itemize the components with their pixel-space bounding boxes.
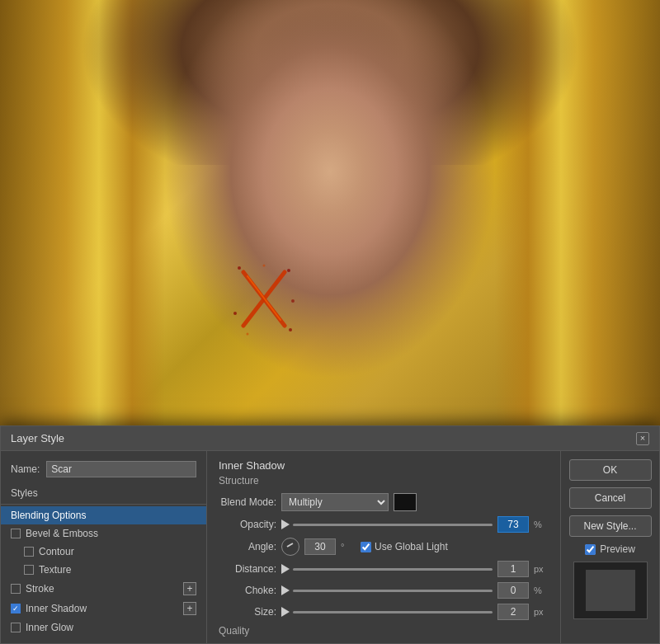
svg-point-3 [287, 269, 290, 272]
dialog-title: Layer Style [11, 432, 64, 444]
svg-point-2 [238, 266, 241, 270]
section-subtitle: Structure [219, 475, 549, 487]
global-light-label: Use Global Light [375, 541, 448, 552]
size-label: Size: [219, 606, 276, 618]
preview-check-label[interactable]: Preview [585, 543, 635, 555]
preview-thumbnail [573, 562, 648, 619]
opacity-input[interactable] [497, 516, 529, 533]
left-panel: Name: Styles Blending Options Bevel & Em… [1, 451, 207, 643]
opacity-unit: % [534, 519, 549, 529]
layer-style-dialog: Layer Style × Name: Styles Blending Opti… [0, 425, 660, 644]
section-title: Inner Shadow [219, 459, 549, 472]
distance-row: Distance: px [219, 561, 549, 577]
name-input[interactable] [46, 461, 196, 477]
layer-item-blending-options[interactable]: Blending Options [1, 506, 206, 524]
quality-section: Quality [219, 625, 549, 637]
bevel-emboss-checkbox[interactable] [11, 529, 21, 538]
right-panel: OK Cancel New Style... Preview [560, 451, 659, 643]
layer-item-bevel-emboss[interactable]: Bevel & Emboss [1, 524, 206, 543]
opacity-track [293, 524, 493, 526]
size-row: Size: px [219, 604, 549, 620]
size-slider-thumb[interactable] [281, 607, 290, 617]
preview-checkbox[interactable] [585, 544, 596, 555]
angle-input[interactable] [304, 538, 336, 555]
size-input[interactable] [497, 604, 529, 620]
angle-label: Angle: [219, 541, 276, 552]
name-row: Name: [1, 458, 206, 484]
contour-label: Contour [39, 546, 74, 557]
angle-dial[interactable] [281, 538, 299, 556]
size-track [293, 611, 493, 613]
stroke-add-button[interactable]: + [183, 582, 196, 595]
layer-item-texture[interactable]: Texture [1, 561, 206, 579]
layer-item-stroke[interactable]: Stroke + [1, 579, 206, 599]
inner-glow-checkbox[interactable] [11, 623, 21, 632]
choke-slider-thumb[interactable] [281, 585, 290, 595]
global-light-check[interactable]: Use Global Light [361, 541, 448, 552]
dialog-titlebar: Layer Style × [1, 426, 659, 451]
svg-point-4 [233, 312, 237, 315]
angle-indicator [287, 543, 294, 548]
svg-point-6 [263, 265, 266, 267]
dialog-content: Name: Styles Blending Options Bevel & Em… [1, 451, 659, 643]
blending-options-label: Blending Options [11, 510, 86, 521]
angle-row: Angle: ° Use Global Light [219, 538, 549, 556]
opacity-row: Opacity: % [219, 516, 549, 533]
blend-mode-select[interactable]: Multiply Normal Screen Overlay [281, 493, 389, 511]
preview-label: Preview [600, 543, 635, 555]
name-label: Name: [11, 463, 40, 475]
inner-shadow-checkbox[interactable] [11, 604, 21, 613]
inner-shadow-label: Inner Shadow [26, 603, 87, 614]
choke-input[interactable] [497, 582, 529, 599]
choke-unit: % [534, 585, 549, 595]
svg-point-8 [291, 299, 295, 303]
blend-mode-row: Blend Mode: Multiply Normal Screen Overl… [219, 493, 549, 511]
size-unit: px [534, 607, 549, 617]
contour-checkbox[interactable] [24, 547, 34, 557]
texture-label: Texture [39, 564, 71, 576]
bevel-emboss-label: Bevel & Emboss [26, 528, 98, 539]
choke-label: Choke: [219, 585, 276, 596]
inner-shadow-add-button[interactable]: + [183, 602, 196, 615]
texture-checkbox[interactable] [24, 565, 34, 575]
scar-effect [231, 264, 297, 338]
distance-unit: px [534, 564, 549, 574]
inner-glow-label: Inner Glow [26, 622, 73, 633]
cancel-button[interactable]: Cancel [569, 487, 652, 509]
blend-mode-label: Blend Mode: [219, 496, 276, 508]
preview-inner [586, 570, 635, 611]
choke-track [293, 590, 493, 592]
svg-point-5 [289, 328, 292, 331]
portrait-face [124, 0, 536, 429]
background-image [0, 0, 660, 429]
new-style-button[interactable]: New Style... [569, 515, 652, 537]
angle-unit: ° [341, 542, 356, 552]
blend-color-swatch[interactable] [394, 493, 417, 511]
stroke-checkbox[interactable] [11, 584, 21, 594]
distance-slider-thumb[interactable] [281, 564, 290, 574]
svg-point-7 [247, 333, 249, 336]
distance-label: Distance: [219, 563, 276, 575]
quality-label: Quality [219, 625, 249, 637]
close-button[interactable]: × [636, 432, 649, 445]
global-light-checkbox[interactable] [361, 542, 371, 552]
middle-panel: Inner Shadow Structure Blend Mode: Multi… [207, 451, 560, 643]
opacity-slider-thumb[interactable] [281, 519, 290, 529]
distance-track [293, 568, 493, 571]
distance-input[interactable] [497, 561, 529, 577]
layer-item-inner-shadow[interactable]: Inner Shadow + [1, 599, 206, 618]
layer-item-inner-glow[interactable]: Inner Glow [1, 618, 206, 637]
stroke-label: Stroke [26, 583, 54, 595]
ok-button[interactable]: OK [569, 459, 652, 481]
opacity-label: Opacity: [219, 519, 276, 530]
styles-header: Styles [1, 484, 206, 502]
layer-item-contour[interactable]: Contour [1, 543, 206, 561]
choke-row: Choke: % [219, 582, 549, 599]
